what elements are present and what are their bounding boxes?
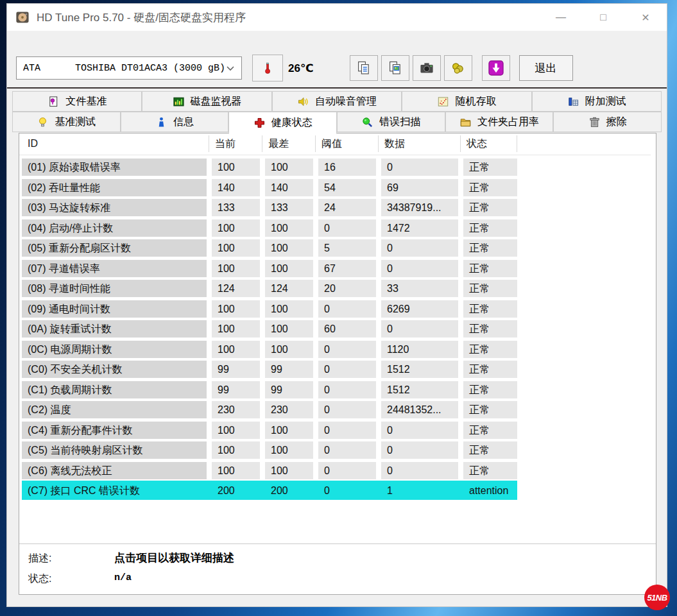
tab-random-access[interactable]: 随机存取 xyxy=(402,91,531,112)
tab-label: 自动噪音管理 xyxy=(315,95,377,108)
tab-erase[interactable]: 擦除 xyxy=(553,112,662,132)
cell-id: (C6) 离线无法校正 xyxy=(22,462,207,479)
cell-status: 正常 xyxy=(463,300,517,318)
table-row[interactable]: (05) 重新分配扇区计数 100 100 5 0 正常 xyxy=(19,238,656,259)
cell-threshold: 0 xyxy=(318,482,376,499)
cell-current: 100 xyxy=(212,462,260,479)
column-header-threshold[interactable]: 阈值 xyxy=(316,135,379,152)
cell-status: 正常 xyxy=(463,462,517,479)
column-header-data[interactable]: 数据 xyxy=(379,135,461,152)
cell-data: 1512 xyxy=(381,361,458,378)
cell-current: 100 xyxy=(212,239,260,257)
copy-text-button[interactable] xyxy=(350,55,378,81)
column-header-worst[interactable]: 最差 xyxy=(262,135,316,152)
cell-current: 124 xyxy=(212,280,260,297)
tab-label: 文件夹占用率 xyxy=(477,116,539,129)
tab-benchmark[interactable]: 基准测试 xyxy=(12,112,121,132)
cell-status: 正常 xyxy=(463,179,517,196)
copy-image-button[interactable] xyxy=(381,55,409,81)
download-button[interactable] xyxy=(482,55,510,81)
table-row[interactable]: (04) 启动/停止计数 100 100 0 1472 正常 xyxy=(19,218,656,239)
tab-icon xyxy=(361,116,373,128)
table-row[interactable]: (01) 原始读取错误率 100 100 16 0 正常 xyxy=(19,157,656,178)
table-row[interactable]: (C6) 离线无法校正 100 100 0 0 正常 xyxy=(19,461,656,481)
table-row[interactable]: (0C) 电源周期计数 100 100 0 1120 正常 xyxy=(19,339,656,360)
cell-worst: 133 xyxy=(265,199,313,216)
table-row[interactable]: (09) 通电时间计数 100 100 0 6269 正常 xyxy=(19,299,656,320)
51nb-watermark-badge: 51NB xyxy=(644,585,670,610)
cell-worst: 100 xyxy=(265,219,313,237)
exit-button[interactable]: 退出 xyxy=(519,55,573,81)
tab-info[interactable]: 信息 xyxy=(121,112,229,132)
column-header-status[interactable]: 状态 xyxy=(461,135,517,152)
cell-worst: 100 xyxy=(265,260,313,277)
toolbar-buttons xyxy=(350,55,510,81)
cell-status: 正常 xyxy=(463,219,517,237)
tab-noise-management[interactable]: 自动噪音管理 xyxy=(272,91,402,112)
cell-current: 140 xyxy=(212,179,260,196)
cell-id: (C4) 重新分配事件计数 xyxy=(22,422,207,439)
tab-health[interactable]: 健康状态 xyxy=(228,112,337,134)
cell-threshold: 0 xyxy=(318,300,376,318)
tab-row-bottom: 基准测试 信息 健康状态 错误扫描 xyxy=(12,112,662,132)
tab-icon xyxy=(173,96,185,108)
table-row[interactable]: (08) 寻道时间性能 124 124 20 33 正常 xyxy=(19,278,656,299)
cell-id: (01) 原始读取错误率 xyxy=(22,158,207,176)
cell-id: (C7) 接口 CRC 错误计数 xyxy=(22,482,207,499)
tab-disk-monitor[interactable]: 磁盘监视器 xyxy=(142,91,271,112)
cell-worst: 200 xyxy=(265,482,313,499)
maximize-button[interactable]: □ xyxy=(582,4,624,31)
tab-file-benchmark[interactable]: 文件基准 xyxy=(12,91,142,112)
tab-label: 健康状态 xyxy=(271,116,313,130)
minimize-button[interactable]: — xyxy=(540,4,582,31)
exit-button-label: 退出 xyxy=(535,61,557,76)
cell-id: (C1) 负载周期计数 xyxy=(22,381,207,398)
cell-current: 99 xyxy=(212,361,260,378)
cell-worst: 100 xyxy=(265,320,313,338)
table-row[interactable]: (C0) 不安全关机计数 99 99 0 1512 正常 xyxy=(19,359,656,380)
table-row[interactable]: (07) 寻道错误率 100 100 67 0 正常 xyxy=(19,259,656,279)
table-row[interactable]: (0A) 旋转重试计数 100 100 60 0 正常 xyxy=(19,319,656,339)
cell-id: (03) 马达旋转标准 xyxy=(22,199,207,216)
cell-id: (C5) 当前待映射扇区计数 xyxy=(22,441,207,459)
cell-worst: 230 xyxy=(265,401,313,418)
smart-table-body: (01) 原始读取错误率 100 100 16 0 正常 (02) 吞吐量性能 … xyxy=(19,157,656,501)
cell-data: 0 xyxy=(381,158,458,176)
tab-label: 基准测试 xyxy=(55,116,96,129)
table-row[interactable]: (C4) 重新分配事件计数 100 100 0 0 正常 xyxy=(19,420,656,441)
cell-status: 正常 xyxy=(463,422,517,439)
tab-extra-tests[interactable]: 附加测试 xyxy=(532,91,662,112)
table-row[interactable]: (C7) 接口 CRC 错误计数 200 200 0 1 attention xyxy=(19,481,656,501)
cell-status: 正常 xyxy=(463,441,517,459)
column-header-id[interactable]: ID xyxy=(22,135,209,152)
drive-selector-dropdown[interactable]: ATA TOSHIBA DT01ACA3 (3000 gB) xyxy=(16,56,242,80)
tab-icon xyxy=(588,116,601,128)
tab-error-scan[interactable]: 错误扫描 xyxy=(337,112,445,132)
cell-current: 100 xyxy=(212,422,260,439)
tool-button-icon xyxy=(419,60,434,76)
table-row[interactable]: (C1) 负载周期计数 99 99 0 1512 正常 xyxy=(19,380,656,400)
cell-data: 69 xyxy=(381,179,458,196)
table-row[interactable]: (C5) 当前待映射扇区计数 100 100 0 0 正常 xyxy=(19,440,656,461)
table-row[interactable]: (02) 吞吐量性能 140 140 54 69 正常 xyxy=(19,178,656,198)
cell-current: 133 xyxy=(212,199,260,216)
table-row[interactable]: (C2) 温度 230 230 0 24481352... 正常 xyxy=(19,400,656,420)
temperature-button[interactable] xyxy=(252,55,283,81)
toolbar-separator xyxy=(7,87,667,89)
cell-threshold: 67 xyxy=(318,260,376,277)
cell-threshold: 0 xyxy=(318,381,376,398)
cell-worst: 100 xyxy=(265,239,313,257)
tab-folder-usage[interactable]: 文件夹占用率 xyxy=(445,112,554,132)
donate-button[interactable] xyxy=(444,55,472,81)
column-header-current[interactable]: 当前 xyxy=(209,135,262,152)
screenshot-button[interactable] xyxy=(413,55,441,81)
cell-status: 正常 xyxy=(463,361,517,378)
cell-worst: 100 xyxy=(265,158,313,176)
tab-icon xyxy=(47,96,60,108)
cell-worst: 124 xyxy=(265,280,313,297)
cell-threshold: 54 xyxy=(318,179,376,196)
close-button[interactable]: ✕ xyxy=(624,4,667,31)
description-value: 点击项目以获取详细描述 xyxy=(114,551,234,565)
table-row[interactable]: (03) 马达旋转标准 133 133 24 34387919... 正常 xyxy=(19,198,656,218)
cell-data: 0 xyxy=(381,441,458,459)
